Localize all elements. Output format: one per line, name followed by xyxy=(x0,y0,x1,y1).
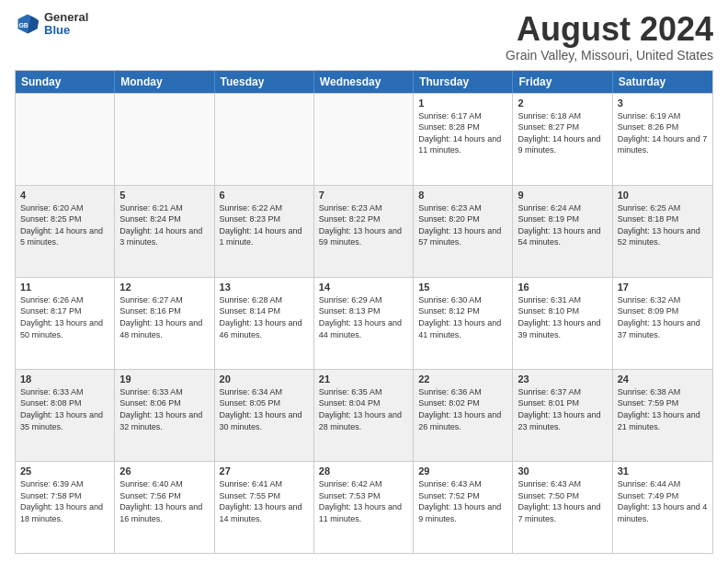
calendar-cell: 18Sunrise: 6:33 AMSunset: 8:08 PMDayligh… xyxy=(16,370,115,461)
day-info: Sunrise: 6:38 AMSunset: 7:59 PMDaylight:… xyxy=(618,386,708,432)
calendar-header: SundayMondayTuesdayWednesdayThursdayFrid… xyxy=(16,71,712,93)
day-number: 3 xyxy=(618,98,708,109)
calendar-cell xyxy=(115,94,214,185)
day-info: Sunrise: 6:43 AMSunset: 7:52 PMDaylight:… xyxy=(418,478,507,524)
day-info: Sunrise: 6:18 AMSunset: 8:27 PMDaylight:… xyxy=(518,110,607,156)
calendar-cell: 13Sunrise: 6:28 AMSunset: 8:14 PMDayligh… xyxy=(215,278,314,369)
calendar-cell xyxy=(215,94,314,185)
day-number: 14 xyxy=(319,282,408,293)
day-number: 26 xyxy=(119,465,209,477)
calendar-cell: 9Sunrise: 6:24 AMSunset: 8:19 PMDaylight… xyxy=(513,186,612,277)
calendar-cell: 10Sunrise: 6:25 AMSunset: 8:18 PMDayligh… xyxy=(613,186,712,277)
day-number: 9 xyxy=(518,190,607,201)
day-number: 21 xyxy=(319,373,408,385)
calendar-cell: 22Sunrise: 6:36 AMSunset: 8:02 PMDayligh… xyxy=(414,370,513,461)
calendar-cell: 24Sunrise: 6:38 AMSunset: 7:59 PMDayligh… xyxy=(613,370,712,461)
day-number: 4 xyxy=(20,190,109,201)
day-info: Sunrise: 6:30 AMSunset: 8:12 PMDaylight:… xyxy=(418,294,507,340)
day-of-week-header: Wednesday xyxy=(314,71,414,93)
day-of-week-header: Thursday xyxy=(414,71,513,93)
calendar-cell: 27Sunrise: 6:41 AMSunset: 7:55 PMDayligh… xyxy=(215,462,314,553)
day-info: Sunrise: 6:17 AMSunset: 8:28 PMDaylight:… xyxy=(418,110,507,156)
day-info: Sunrise: 6:33 AMSunset: 8:08 PMDaylight:… xyxy=(20,386,109,432)
day-info: Sunrise: 6:43 AMSunset: 7:50 PMDaylight:… xyxy=(518,478,607,524)
day-number: 11 xyxy=(20,282,109,293)
logo-general: General xyxy=(44,11,88,24)
page: GB General Blue August 2024 Grain Valley… xyxy=(0,0,728,563)
logo: GB General Blue xyxy=(15,11,88,38)
day-number: 28 xyxy=(319,465,408,477)
calendar-cell: 11Sunrise: 6:26 AMSunset: 8:17 PMDayligh… xyxy=(16,278,115,369)
day-info: Sunrise: 6:24 AMSunset: 8:19 PMDaylight:… xyxy=(518,202,607,248)
day-number: 5 xyxy=(119,190,209,201)
calendar-cell: 3Sunrise: 6:19 AMSunset: 8:26 PMDaylight… xyxy=(613,94,712,185)
day-of-week-header: Friday xyxy=(513,71,612,93)
day-number: 17 xyxy=(618,282,708,293)
title-area: August 2024 Grain Valley, Missouri, Unit… xyxy=(506,11,713,63)
day-info: Sunrise: 6:22 AMSunset: 8:23 PMDaylight:… xyxy=(220,202,309,248)
day-info: Sunrise: 6:39 AMSunset: 7:58 PMDaylight:… xyxy=(20,478,109,524)
calendar-cell: 7Sunrise: 6:23 AMSunset: 8:22 PMDaylight… xyxy=(314,186,414,277)
day-of-week-header: Saturday xyxy=(613,71,712,93)
calendar-cell: 5Sunrise: 6:21 AMSunset: 8:24 PMDaylight… xyxy=(115,186,214,277)
calendar-cell: 1Sunrise: 6:17 AMSunset: 8:28 PMDaylight… xyxy=(414,94,513,185)
day-info: Sunrise: 6:21 AMSunset: 8:24 PMDaylight:… xyxy=(119,202,209,248)
day-number: 7 xyxy=(319,190,408,201)
calendar-cell: 28Sunrise: 6:42 AMSunset: 7:53 PMDayligh… xyxy=(314,462,414,553)
day-info: Sunrise: 6:42 AMSunset: 7:53 PMDaylight:… xyxy=(319,478,408,524)
day-info: Sunrise: 6:27 AMSunset: 8:16 PMDaylight:… xyxy=(119,294,209,340)
calendar-cell xyxy=(16,94,115,185)
day-info: Sunrise: 6:34 AMSunset: 8:05 PMDaylight:… xyxy=(220,386,309,432)
day-info: Sunrise: 6:31 AMSunset: 8:10 PMDaylight:… xyxy=(518,294,607,340)
logo-icon: GB xyxy=(15,11,40,37)
day-info: Sunrise: 6:23 AMSunset: 8:20 PMDaylight:… xyxy=(418,202,507,248)
calendar: SundayMondayTuesdayWednesdayThursdayFrid… xyxy=(15,70,713,554)
calendar-cell: 4Sunrise: 6:20 AMSunset: 8:25 PMDaylight… xyxy=(16,186,115,277)
day-number: 30 xyxy=(518,465,607,477)
day-number: 6 xyxy=(220,190,309,201)
day-number: 1 xyxy=(418,98,507,109)
day-number: 18 xyxy=(20,373,109,385)
calendar-cell: 23Sunrise: 6:37 AMSunset: 8:01 PMDayligh… xyxy=(513,370,612,461)
day-number: 19 xyxy=(119,373,209,385)
calendar-cell: 6Sunrise: 6:22 AMSunset: 8:23 PMDaylight… xyxy=(215,186,314,277)
calendar-cell: 20Sunrise: 6:34 AMSunset: 8:05 PMDayligh… xyxy=(215,370,314,461)
calendar-cell: 16Sunrise: 6:31 AMSunset: 8:10 PMDayligh… xyxy=(513,278,612,369)
day-info: Sunrise: 6:23 AMSunset: 8:22 PMDaylight:… xyxy=(319,202,408,248)
day-info: Sunrise: 6:33 AMSunset: 8:06 PMDaylight:… xyxy=(119,386,209,432)
calendar-cell: 21Sunrise: 6:35 AMSunset: 8:04 PMDayligh… xyxy=(314,370,414,461)
day-number: 23 xyxy=(518,373,607,385)
day-number: 8 xyxy=(418,190,507,201)
day-info: Sunrise: 6:37 AMSunset: 8:01 PMDaylight:… xyxy=(518,386,607,432)
day-number: 27 xyxy=(220,465,309,477)
day-info: Sunrise: 6:35 AMSunset: 8:04 PMDaylight:… xyxy=(319,386,408,432)
calendar-cell: 25Sunrise: 6:39 AMSunset: 7:58 PMDayligh… xyxy=(16,462,115,553)
day-info: Sunrise: 6:44 AMSunset: 7:49 PMDaylight:… xyxy=(618,478,708,524)
day-number: 20 xyxy=(220,373,309,385)
day-number: 2 xyxy=(518,98,607,109)
logo-blue: Blue xyxy=(44,24,88,37)
calendar-row: 25Sunrise: 6:39 AMSunset: 7:58 PMDayligh… xyxy=(16,461,712,553)
calendar-cell: 14Sunrise: 6:29 AMSunset: 8:13 PMDayligh… xyxy=(314,278,414,369)
calendar-cell: 26Sunrise: 6:40 AMSunset: 7:56 PMDayligh… xyxy=(115,462,214,553)
day-number: 13 xyxy=(220,282,309,293)
calendar-body: 1Sunrise: 6:17 AMSunset: 8:28 PMDaylight… xyxy=(16,93,712,553)
day-of-week-header: Tuesday xyxy=(215,71,314,93)
day-number: 15 xyxy=(418,282,507,293)
day-info: Sunrise: 6:28 AMSunset: 8:14 PMDaylight:… xyxy=(220,294,309,340)
svg-text:GB: GB xyxy=(18,22,28,29)
calendar-cell xyxy=(314,94,414,185)
day-info: Sunrise: 6:20 AMSunset: 8:25 PMDaylight:… xyxy=(20,202,109,248)
calendar-cell: 17Sunrise: 6:32 AMSunset: 8:09 PMDayligh… xyxy=(613,278,712,369)
location: Grain Valley, Missouri, United States xyxy=(506,48,713,63)
calendar-row: 1Sunrise: 6:17 AMSunset: 8:28 PMDaylight… xyxy=(16,93,712,185)
day-of-week-header: Sunday xyxy=(16,71,115,93)
day-number: 31 xyxy=(618,465,708,477)
day-info: Sunrise: 6:41 AMSunset: 7:55 PMDaylight:… xyxy=(220,478,309,524)
calendar-cell: 2Sunrise: 6:18 AMSunset: 8:27 PMDaylight… xyxy=(513,94,612,185)
calendar-row: 4Sunrise: 6:20 AMSunset: 8:25 PMDaylight… xyxy=(16,185,712,277)
calendar-row: 18Sunrise: 6:33 AMSunset: 8:08 PMDayligh… xyxy=(16,369,712,461)
month-title: August 2024 xyxy=(506,11,713,48)
day-info: Sunrise: 6:19 AMSunset: 8:26 PMDaylight:… xyxy=(618,110,708,156)
calendar-cell: 30Sunrise: 6:43 AMSunset: 7:50 PMDayligh… xyxy=(513,462,612,553)
